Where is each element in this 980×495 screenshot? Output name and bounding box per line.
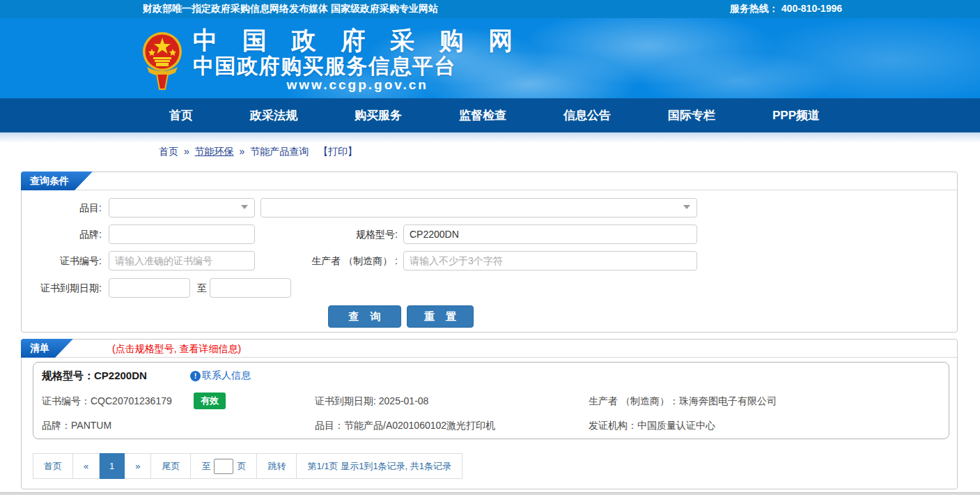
record-issuer: 发证机构：中国质量认证中心 [589,420,715,432]
expiry-field-label: 证书到期日期: [315,395,376,406]
nav-item-supervision[interactable]: 监督检查 [459,107,506,123]
issuer-field-label: 发证机构： [589,420,637,431]
site-slogan: 财政部唯一指定政府采购信息网络发布媒体 国家级政府采购专业网站 [143,3,438,15]
chevron-down-icon [241,205,248,209]
model-input[interactable] [403,224,697,244]
pagination-summary: 第1/1页 显示1到1条记录, 共1条记录 [297,453,462,479]
record-model[interactable]: 规格型号：CP2200DN [42,370,147,383]
print-link[interactable]: 【打印】 [318,146,357,157]
cert-no-field-value: CQC20701236179 [91,395,172,406]
brand-field-value: PANTUM [71,420,111,431]
pagination-prev-button[interactable]: « [73,453,100,479]
record-card: 规格型号：CP2200DN ! 联系人信息 证书编号：CQC2070123617… [33,362,949,439]
pagination-last-button[interactable]: 尾页 [151,453,191,479]
query-panel-header: 查询条件 [22,172,957,190]
search-button[interactable]: 查 询 [328,305,401,328]
contact-info-label: 联系人信息 [202,370,251,382]
record-brand: 品牌：PANTUM [42,420,111,432]
manufacturer-input[interactable] [403,251,697,271]
record-category: 品目：节能产品/A0201060102激光打印机 [315,420,495,432]
status-badge-wrap: 有效 [194,393,226,409]
category-select-primary[interactable] [109,198,255,218]
pagination-jump-button[interactable]: 跳转 [257,453,297,479]
breadcrumb-energy-saving[interactable]: 节能环保 [195,146,234,157]
hotline-label: 服务热线： [730,3,779,15]
nav-item-home[interactable]: 首页 [169,107,193,123]
breadcrumb-current-page: 节能产品查询 [250,146,309,157]
category-label: 品目: [22,198,102,218]
expiry-date-to-input[interactable] [210,278,291,298]
pagination-first-button[interactable]: 首页 [33,453,73,479]
record-cert-no: 证书编号：CQC20701236179 [42,395,172,408]
query-panel-tab: 查询条件 [21,172,93,190]
page-bottom-divider [0,492,980,495]
expiry-date-label: 证书到期日期: [22,278,102,298]
pagination-next-button[interactable]: » [125,453,151,479]
expiry-date-from-input[interactable] [109,278,190,298]
nav-fade-gradient [0,132,980,143]
goto-suffix-label: 页 [237,460,246,473]
manufacturer-field-label: 生产者 （制造商）： [589,395,679,406]
hotline-number: 400-810-1996 [781,3,842,15]
national-emblem-icon [141,31,183,91]
breadcrumb-separator: » [184,146,189,157]
cert-no-field-label: 证书编号： [42,395,91,406]
date-to-label: 至 [197,278,207,298]
record-expiry: 证书到期日期: 2025-01-08 [315,395,428,408]
contact-info-link[interactable]: ! 联系人信息 [190,370,251,382]
chevron-down-icon [683,205,690,209]
brand-field-label: 品牌： [42,420,71,431]
status-badge: 有效 [194,393,226,409]
list-panel-tab: 清单 [21,339,73,358]
brand-text: 中 国 政 府 采 购 网 中国政府购买服务信息平台 www.ccgp.gov.… [193,26,522,93]
record-manufacturer: 生产者 （制造商）：珠海奔图电子有限公司 [589,395,777,408]
list-panel-header: 清单 (点击规格型号, 查看详细信息) [22,340,957,358]
manufacturer-field-value: 珠海奔图电子有限公司 [679,395,777,406]
breadcrumb-separator: » [239,146,244,157]
main-nav: 首页 政采法规 购买服务 监督检查 信息公告 国际专栏 PPP频道 [0,98,980,132]
service-hotline: 服务热线： 400-810-1996 [730,3,842,15]
brand-label: 品牌: [22,224,102,244]
issuer-field-value: 中国质量认证中心 [637,420,715,431]
result-list-panel: 清单 (点击规格型号, 查看详细信息) 规格型号：CP2200DN ! 联系人信… [21,339,958,489]
reset-button[interactable]: 重 置 [407,305,474,328]
category-field-value: 节能产品/A0201060102激光打印机 [344,420,495,431]
manufacturer-label: 生产者 （制造商） : [231,251,398,271]
nav-item-ppp[interactable]: PPP频道 [772,107,820,123]
expiry-field-value: 2025-01-08 [379,395,429,406]
query-conditions-panel: 查询条件 品目: 品牌: 规格型号: 证书编号: 生产者 （制造商） : 证书到… [21,172,958,333]
goto-page-input[interactable] [214,459,233,474]
breadcrumb-home[interactable]: 首页 [159,146,178,157]
site-subtitle: 中国政府购买服务信息平台 [193,54,522,77]
site-header: 中 国 政 府 采 购 网 中国政府购买服务信息平台 www.ccgp.gov.… [0,18,980,98]
category-field-label: 品目： [315,420,344,431]
cert-no-label: 证书编号: [22,251,102,271]
pagination-goto-cell: 至 页 [191,453,257,479]
pagination: 首页 « 1 » 尾页 至 页 跳转 第1/1页 显示1到1条记录, 共1条记录 [33,453,462,479]
pagination-page-1[interactable]: 1 [100,453,125,479]
site-url: www.ccgp.gov.cn [193,77,522,93]
site-logo[interactable]: 中 国 政 府 采 购 网 中国政府购买服务信息平台 www.ccgp.gov.… [141,26,522,93]
goto-prefix-label: 至 [201,460,210,473]
nav-item-announcements[interactable]: 信息公告 [563,107,611,123]
top-info-bar: 财政部唯一指定政府采购信息网络发布媒体 国家级政府采购专业网站 服务热线： 40… [0,0,980,18]
breadcrumb: 首页 » 节能环保 » 节能产品查询 【打印】 [159,146,980,158]
list-panel-hint: (点击规格型号, 查看详细信息) [112,340,241,358]
model-label: 规格型号: [231,224,398,244]
nav-item-international[interactable]: 国际专栏 [668,107,715,123]
nav-item-purchase-services[interactable]: 购买服务 [355,107,402,123]
site-name: 中 国 政 府 采 购 网 [193,26,522,54]
record-model-value[interactable]: CP2200DN [94,370,147,381]
category-select-secondary[interactable] [260,198,697,218]
info-icon: ! [190,371,201,381]
nav-item-regulations[interactable]: 政采法规 [250,107,297,123]
record-model-label: 规格型号： [42,370,94,381]
